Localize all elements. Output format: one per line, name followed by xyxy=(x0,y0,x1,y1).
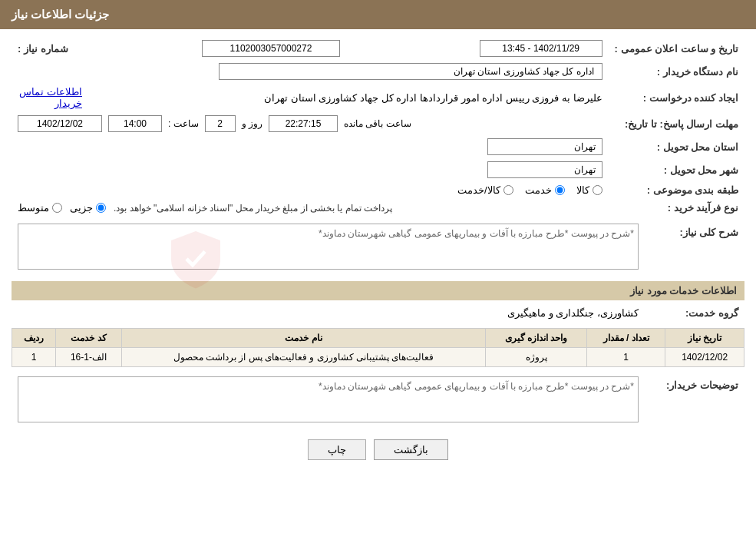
services-table-header: تاریخ نیاز تعداد / مقدار واحد اندازه گیر… xyxy=(12,329,744,348)
need-description-label: شرح کلی نیاز: xyxy=(645,220,744,275)
cell-date: 1402/12/02 xyxy=(665,348,744,367)
response-time-label: ساعت : xyxy=(168,118,199,129)
radio-khedmat[interactable]: خدمت xyxy=(525,184,565,196)
col-unit: واحد اندازه گیری xyxy=(486,329,586,348)
need-description-textarea[interactable]: *شرح در پیوست *طرح مبارزه با آفات و بیما… xyxy=(18,224,639,270)
header-row: تاریخ نیاز تعداد / مقدار واحد اندازه گیر… xyxy=(12,329,744,348)
cell-service-code: الف-1-16 xyxy=(56,348,121,367)
row-need-desc: شرح کلی نیاز: *شرح در پیوست *طرح مبارزه … xyxy=(12,220,744,275)
radio-kala-label: کالا xyxy=(576,184,589,196)
cell-unit: پروژه xyxy=(486,348,586,367)
back-button[interactable]: بازگشت xyxy=(374,439,448,460)
radio-jozi-input[interactable] xyxy=(96,203,106,213)
col-date: تاریخ نیاز xyxy=(665,329,744,348)
row-purchase-type: نوع فرآیند خرید : پرداخت تمام یا بخشی از… xyxy=(12,199,744,217)
delivery-province-label: استان محل تحویل : xyxy=(609,135,744,158)
radio-motavasset-label: متوسط xyxy=(18,202,49,214)
service-group-table: گروه خدمت: کشاورزی، جنگلداری و ماهیگیری xyxy=(12,304,744,322)
cell-service-name: فعالیت‌های پشتیبانی کشاورزی و فعالیت‌های… xyxy=(121,348,486,367)
purchase-note: پرداخت تمام یا بخشی از مبلغ خریدار محل "… xyxy=(114,203,392,214)
button-row: چاپ بازگشت xyxy=(12,439,744,460)
service-group-label: گروه خدمت: xyxy=(645,304,744,322)
need-number-value: 1102003057000272 xyxy=(202,40,340,57)
response-deadline-label: مهلت ارسال پاسخ: تا تاریخ: xyxy=(609,112,744,135)
delivery-city-label: شهر محل تحویل : xyxy=(609,158,744,181)
radio-khedmat-label: خدمت xyxy=(525,184,552,196)
services-section-title: اطلاعات خدمات مورد نیاز xyxy=(12,281,744,300)
remaining-time: 22:27:15 xyxy=(269,115,338,132)
services-table-body: 1402/12/02 1 پروژه فعالیت‌های پشتیبانی ک… xyxy=(12,348,744,367)
page-wrapper: جزئیات اطلاعات نیاز تاریخ و ساعت اعلان ع… xyxy=(0,0,756,540)
services-table: تاریخ نیاز تعداد / مقدار واحد اندازه گیر… xyxy=(12,328,744,367)
row-service-group: گروه خدمت: کشاورزی، جنگلداری و ماهیگیری xyxy=(12,304,744,322)
radio-khedmat-input[interactable] xyxy=(555,185,565,195)
announce-date-label: تاریخ و ساعت اعلان عمومی : xyxy=(609,37,744,60)
col-service-code: کد خدمت xyxy=(56,329,121,348)
radio-jozi[interactable]: جزیی xyxy=(70,202,106,214)
radio-kala-khedmat[interactable]: کالا/خدمت xyxy=(457,184,513,196)
category-label: طبقه بندی موضوعی : xyxy=(609,181,744,199)
radio-kala[interactable]: کالا xyxy=(576,184,602,196)
row-city: شهر محل تحویل : تهران xyxy=(12,158,744,181)
creator-label: ایجاد کننده درخواست : xyxy=(609,83,744,112)
col-quantity: تعداد / مقدار xyxy=(586,329,665,348)
response-day-label: روز و xyxy=(242,118,262,129)
row-deadline: مهلت ارسال پاسخ: تا تاریخ: ساعت باقی مان… xyxy=(12,112,744,135)
creator-value: علیرضا به فروزی رییس اداره امور قرارداده… xyxy=(264,92,602,104)
row-buyer-notes: توضیحات خریدار: *شرح در پیوست *طرح مبارز… xyxy=(12,373,744,428)
col-row-num: ردیف xyxy=(12,329,56,348)
print-button[interactable]: چاپ xyxy=(308,439,366,460)
radio-kala-input[interactable] xyxy=(593,185,602,195)
response-date: 1402/12/02 xyxy=(18,115,102,132)
delivery-province-value: تهران xyxy=(487,138,602,155)
cell-quantity: 1 xyxy=(586,348,665,367)
buyer-notes-textarea[interactable]: *شرح در پیوست *طرح مبارزه با آفات و بیما… xyxy=(18,376,639,422)
purchase-type-label: نوع فرآیند خرید : xyxy=(609,199,744,217)
radio-kala-khedmat-input[interactable] xyxy=(503,185,513,195)
remaining-label: ساعت باقی مانده xyxy=(344,118,411,129)
row-buyer-org: نام دستگاه خریدار : اداره کل جهاد کشاورز… xyxy=(12,60,744,83)
need-number-label: شماره نیاز : xyxy=(12,37,88,60)
buyer-org-label: نام دستگاه خریدار : xyxy=(609,60,744,83)
service-group-value: کشاورزی، جنگلداری و ماهیگیری xyxy=(507,307,639,319)
page-title: جزئیات اطلاعات نیاز xyxy=(12,8,109,21)
main-content: تاریخ و ساعت اعلان عمومی : 1402/11/29 - … xyxy=(0,29,756,475)
table-row: 1402/12/02 1 پروژه فعالیت‌های پشتیبانی ک… xyxy=(12,348,744,367)
row-category: طبقه بندی موضوعی : کالا/خدمت خدمت کالا xyxy=(12,181,744,199)
radio-motavasset-input[interactable] xyxy=(52,203,62,213)
col-service-name: نام خدمت xyxy=(121,329,486,348)
page-header: جزئیات اطلاعات نیاز xyxy=(0,0,756,29)
response-time: 14:00 xyxy=(108,115,162,132)
contact-link[interactable]: اطلاعات تماس خریدار xyxy=(19,86,82,109)
buyer-org-value: اداره کل جهاد کشاورزی استان تهران xyxy=(219,63,602,80)
radio-motavasset[interactable]: متوسط xyxy=(18,202,62,214)
buyer-notes-label: توضیحات خریدار: xyxy=(645,373,744,428)
row-creator: ایجاد کننده درخواست : علیرضا به فروزی ری… xyxy=(12,83,744,112)
response-days: 2 xyxy=(205,115,236,132)
radio-kala-khedmat-label: کالا/خدمت xyxy=(457,184,500,196)
row-need-number: تاریخ و ساعت اعلان عمومی : 1402/11/29 - … xyxy=(12,37,744,60)
radio-jozi-label: جزیی xyxy=(70,202,93,214)
info-table: تاریخ و ساعت اعلان عمومی : 1402/11/29 - … xyxy=(12,37,744,217)
delivery-city-value: تهران xyxy=(487,161,602,178)
need-description-section: شرح کلی نیاز: *شرح در پیوست *طرح مبارزه … xyxy=(12,220,744,275)
buyer-notes-table: توضیحات خریدار: *شرح در پیوست *طرح مبارز… xyxy=(12,373,744,428)
announce-date-value: 1402/11/29 - 13:45 xyxy=(480,40,602,57)
cell-row-num: 1 xyxy=(12,348,56,367)
description-table: شرح کلی نیاز: *شرح در پیوست *طرح مبارزه … xyxy=(12,220,744,275)
row-province: استان محل تحویل : تهران xyxy=(12,135,744,158)
